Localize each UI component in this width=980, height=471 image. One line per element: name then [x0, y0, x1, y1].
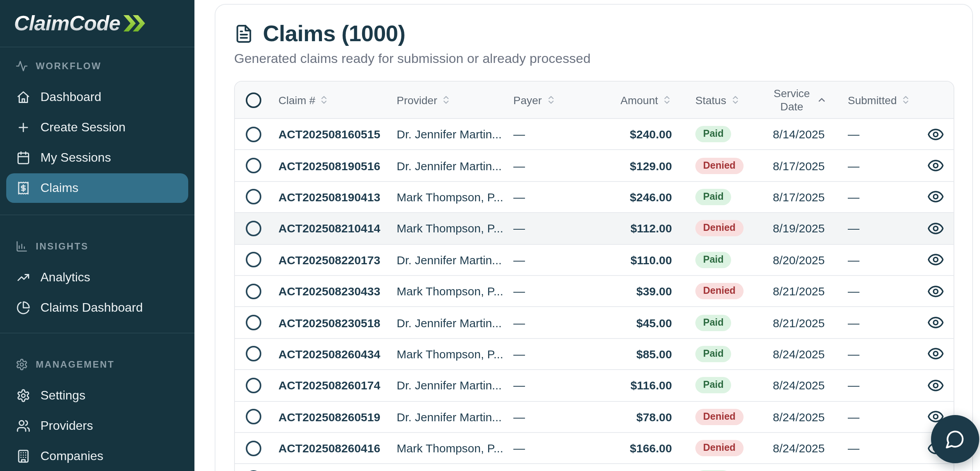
- sidebar-item-my-sessions[interactable]: My Sessions: [6, 143, 188, 173]
- view-claim-button[interactable]: [927, 314, 944, 331]
- row-checkbox[interactable]: [246, 378, 261, 393]
- message-circle-icon: [945, 429, 965, 449]
- sidebar-item-settings[interactable]: Settings: [6, 381, 188, 410]
- column-header-status[interactable]: Status: [678, 94, 756, 106]
- status-badge: Paid: [695, 314, 732, 331]
- sidebar-item-claims-dashboard[interactable]: Claims Dashboard: [6, 293, 188, 323]
- status-badge: Paid: [695, 126, 732, 142]
- column-header-service-date[interactable]: Service Date: [756, 87, 842, 113]
- provider-name: Mark Thompson, P...: [390, 441, 507, 455]
- table-header-row: Claim #ProviderPayerAmountStatusService …: [235, 82, 954, 119]
- row-checkbox[interactable]: [246, 315, 261, 330]
- provider-name: Mark Thompson, P...: [390, 284, 507, 298]
- amount-value: $39.00: [577, 284, 678, 298]
- view-claim-button[interactable]: [927, 345, 944, 363]
- sidebar-item-providers[interactable]: Providers: [6, 411, 188, 441]
- view-claim-button[interactable]: [927, 283, 944, 300]
- row-checkbox[interactable]: [246, 252, 261, 268]
- plus-icon: [16, 120, 30, 134]
- table-row[interactable]: ACT202508190413Mark Thompson, P...—$246.…: [235, 182, 954, 213]
- submitted-value: —: [842, 347, 918, 361]
- view-claim-button[interactable]: [927, 126, 944, 143]
- table-row[interactable]: ACT202508260174Dr. Jennifer Martin...—$1…: [235, 370, 954, 401]
- claim-number: ACT202508230433: [272, 284, 390, 298]
- table-row[interactable]: ACT202508220173Dr. Jennifer Martin...—$1…: [235, 244, 954, 276]
- table-row[interactable]: ACT202508230433Mark Thompson, P...—$39.0…: [235, 276, 954, 307]
- select-all-checkbox[interactable]: [246, 92, 261, 108]
- column-header-claim[interactable]: Claim #: [272, 94, 390, 106]
- amount-value: $166.00: [577, 441, 678, 455]
- sidebar-item-analytics[interactable]: Analytics: [6, 263, 188, 292]
- sidebar-item-dashboard[interactable]: Dashboard: [6, 82, 188, 112]
- calendar-icon: [16, 151, 30, 165]
- chat-fab-button[interactable]: [931, 415, 979, 463]
- service-date: 8/24/2025: [756, 410, 842, 423]
- payer-value: —: [507, 127, 577, 141]
- column-header-amount[interactable]: Amount: [577, 94, 678, 106]
- provider-name: Mark Thompson, P...: [390, 347, 507, 361]
- row-checkbox[interactable]: [246, 283, 261, 299]
- payer-value: —: [507, 441, 577, 455]
- table-row[interactable]: ACT202508210414Mark Thompson, P...—$112.…: [235, 213, 954, 244]
- table-row[interactable]: ACT202508260434Mark Thompson, P...—$85.0…: [235, 338, 954, 370]
- receipt-icon: [16, 181, 30, 195]
- sidebar-item-label: Create Session: [40, 120, 126, 134]
- view-claim-button[interactable]: [927, 157, 944, 174]
- status-cell: Paid: [678, 189, 756, 205]
- status-cell: Denied: [678, 440, 756, 456]
- section-label-workflow: WORKFLOW: [0, 51, 194, 82]
- sort-icon: [730, 95, 740, 105]
- amount-value: $240.00: [577, 127, 678, 141]
- payer-value: —: [507, 316, 577, 329]
- table-row[interactable]: ACT202508160515Dr. Jennifer Martin...—$2…: [235, 119, 954, 150]
- row-checkbox[interactable]: [246, 409, 261, 424]
- amount-value: $246.00: [577, 190, 678, 204]
- submitted-value: —: [842, 410, 918, 423]
- logo: ClaimCode: [0, 0, 194, 47]
- sidebar-item-create-session[interactable]: Create Session: [6, 113, 188, 142]
- page-subtitle: Generated claims ready for submission or…: [234, 50, 954, 68]
- view-claim-button[interactable]: [927, 188, 944, 206]
- row-checkbox[interactable]: [246, 189, 261, 205]
- table-row[interactable]: ACT202508260519Dr. Jennifer Martin...—$7…: [235, 401, 954, 433]
- sidebar-item-companies[interactable]: Companies: [6, 441, 188, 471]
- amount-value: $45.00: [577, 316, 678, 329]
- amount-value: $112.00: [577, 222, 678, 235]
- trending-up-icon: [16, 270, 30, 284]
- sidebar-item-label: Claims: [40, 181, 79, 195]
- payer-value: —: [507, 284, 577, 298]
- status-badge: Denied: [695, 408, 743, 425]
- sidebar-item-claims[interactable]: Claims: [6, 173, 188, 203]
- gear-icon: [16, 389, 30, 403]
- pie-chart-icon: [16, 301, 30, 315]
- view-claim-button[interactable]: [927, 220, 944, 237]
- column-header-submitted[interactable]: Submitted: [842, 94, 918, 106]
- column-header-payer[interactable]: Payer: [507, 94, 577, 106]
- row-checkbox[interactable]: [246, 440, 261, 456]
- app-window: ClaimCode WORKFLOWDashboardCreate Sessio…: [0, 0, 980, 471]
- claim-number: ACT202508160515: [272, 127, 390, 141]
- activity-icon: [16, 60, 28, 72]
- claims-table: Claim #ProviderPayerAmountStatusService …: [234, 81, 954, 471]
- row-checkbox[interactable]: [246, 126, 261, 142]
- table-row[interactable]: ACT202508230518Dr. Jennifer Martin...—$4…: [235, 307, 954, 339]
- row-checkbox[interactable]: [246, 158, 261, 173]
- amount-value: $129.00: [577, 159, 678, 172]
- column-label: Amount: [621, 94, 658, 106]
- view-claim-button[interactable]: [927, 251, 944, 269]
- table-row[interactable]: CLAIM-PAID-NEW-Paid: [235, 464, 954, 471]
- provider-name: Dr. Jennifer Martin...: [390, 316, 507, 329]
- view-claim-button[interactable]: [927, 377, 944, 394]
- table-row[interactable]: ACT202508190516Dr. Jennifer Martin...—$1…: [235, 150, 954, 182]
- table-row[interactable]: ACT202508260416Mark Thompson, P...—$166.…: [235, 433, 954, 464]
- row-checkbox[interactable]: [246, 221, 261, 236]
- column-label: Submitted: [848, 94, 897, 106]
- amount-value: $110.00: [577, 253, 678, 267]
- submitted-value: —: [842, 222, 918, 235]
- building-icon: [16, 449, 30, 463]
- section-label-text: INSIGHTS: [36, 241, 89, 252]
- row-checkbox[interactable]: [246, 346, 261, 362]
- amount-value: $116.00: [577, 379, 678, 392]
- column-label: Service Date: [771, 87, 813, 113]
- column-header-provider[interactable]: Provider: [390, 94, 507, 106]
